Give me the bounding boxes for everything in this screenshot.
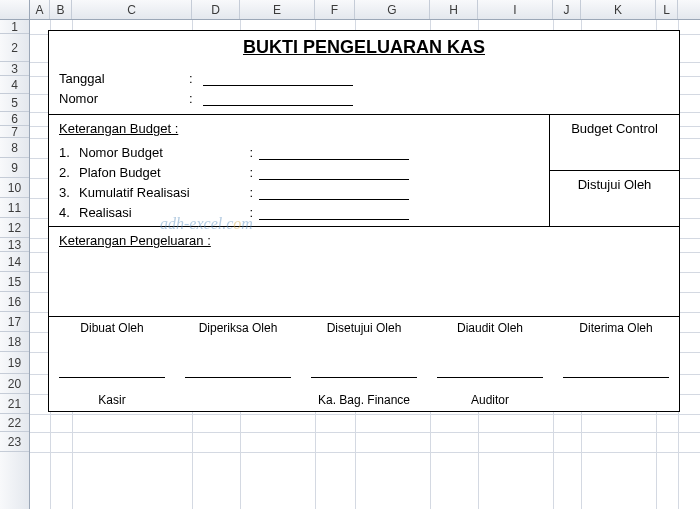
row-header-13[interactable]: 13 xyxy=(0,238,29,252)
keterangan-pengeluaran-block: Keterangan Pengeluaran : xyxy=(49,226,679,316)
budget-item-label: Nomor Budget xyxy=(79,145,239,160)
signature-role-top: Diperiksa Oleh xyxy=(177,321,299,341)
keterangan-pengeluaran-label: Keterangan Pengeluaran : xyxy=(59,233,669,248)
budget-item-row: 4.Realisasi: xyxy=(59,200,539,220)
signature-line[interactable] xyxy=(311,377,417,378)
column-header-f[interactable]: F xyxy=(315,0,355,19)
row-header-7[interactable]: 7 xyxy=(0,126,29,138)
signature-role-top: Diaudit Oleh xyxy=(429,321,551,341)
budget-item-no: 2. xyxy=(59,165,79,180)
row-header-8[interactable]: 8 xyxy=(0,138,29,158)
colon: : xyxy=(189,91,203,106)
budget-item-input-line[interactable] xyxy=(259,146,409,160)
row-header-16[interactable]: 16 xyxy=(0,292,29,312)
colon: : xyxy=(239,205,259,220)
row-header-23[interactable]: 23 xyxy=(0,432,29,452)
row-header-11[interactable]: 11 xyxy=(0,198,29,218)
colon: : xyxy=(239,185,259,200)
worksheet[interactable]: BUKTI PENGELUARAN KAS Tanggal : Nomor : … xyxy=(30,20,700,509)
budget-item-label: Plafon Budget xyxy=(79,165,239,180)
signature-line[interactable] xyxy=(185,377,291,378)
budget-item-label: Kumulatif Realisasi xyxy=(79,185,239,200)
column-header-a[interactable]: A xyxy=(30,0,50,19)
signature-role-bottom: Ka. Bag. Finance xyxy=(303,393,425,409)
budget-block: Keterangan Budget : 1.Nomor Budget:2.Pla… xyxy=(49,114,679,226)
budget-item-row: 3.Kumulatif Realisasi: xyxy=(59,180,539,200)
column-header-c[interactable]: C xyxy=(72,0,192,19)
signature-role-bottom xyxy=(177,393,299,409)
column-header-j[interactable]: J xyxy=(553,0,581,19)
signature-column: Diperiksa Oleh xyxy=(175,317,301,411)
budget-item-input-line[interactable] xyxy=(259,206,409,220)
colon: : xyxy=(189,71,203,86)
signature-role-bottom xyxy=(555,393,677,409)
column-header-g[interactable]: G xyxy=(355,0,430,19)
signature-column: Dibuat OlehKasir xyxy=(49,317,175,411)
column-header-e[interactable]: E xyxy=(240,0,315,19)
column-header-d[interactable]: D xyxy=(192,0,240,19)
row-header-14[interactable]: 14 xyxy=(0,252,29,272)
row-header-9[interactable]: 9 xyxy=(0,158,29,178)
column-header-b[interactable]: B xyxy=(50,0,72,19)
row-header-10[interactable]: 10 xyxy=(0,178,29,198)
budget-control-label: Budget Control xyxy=(550,115,679,171)
signature-block: Dibuat OlehKasirDiperiksa OlehDisetujui … xyxy=(49,316,679,411)
budget-item-row: 1.Nomor Budget: xyxy=(59,140,539,160)
row-header-17[interactable]: 17 xyxy=(0,312,29,332)
row-headers: 1234567891011121314151617181920212223 xyxy=(0,20,30,509)
row-header-1[interactable]: 1 xyxy=(0,20,29,34)
budget-item-no: 3. xyxy=(59,185,79,200)
signature-role-top: Diterima Oleh xyxy=(555,321,677,341)
row-header-15[interactable]: 15 xyxy=(0,272,29,292)
signature-column: Disetujui OlehKa. Bag. Finance xyxy=(301,317,427,411)
signature-role-top: Disetujui Oleh xyxy=(303,321,425,341)
column-header-k[interactable]: K xyxy=(581,0,656,19)
signature-column: Diaudit OlehAuditor xyxy=(427,317,553,411)
row-header-5[interactable]: 5 xyxy=(0,94,29,112)
budget-item-row: 2.Plafon Budget: xyxy=(59,160,539,180)
signature-line[interactable] xyxy=(59,377,165,378)
column-header-l[interactable]: L xyxy=(656,0,678,19)
row-header-4[interactable]: 4 xyxy=(0,76,29,94)
signature-role-top: Dibuat Oleh xyxy=(51,321,173,341)
row-header-20[interactable]: 20 xyxy=(0,374,29,394)
signature-line[interactable] xyxy=(563,377,669,378)
tanggal-input-line[interactable] xyxy=(203,72,353,86)
disetujui-oleh-label: Distujui Oleh xyxy=(550,171,679,226)
header-block: Tanggal : Nomor : xyxy=(49,62,679,114)
row-header-18[interactable]: 18 xyxy=(0,332,29,352)
nomor-input-line[interactable] xyxy=(203,92,353,106)
keterangan-budget-label: Keterangan Budget : xyxy=(59,121,539,136)
budget-item-input-line[interactable] xyxy=(259,166,409,180)
column-headers: ABCDEFGHIJKL xyxy=(0,0,700,20)
signature-role-bottom: Kasir xyxy=(51,393,173,409)
colon: : xyxy=(239,145,259,160)
budget-item-no: 4. xyxy=(59,205,79,220)
tanggal-label: Tanggal xyxy=(59,71,189,86)
row-header-19[interactable]: 19 xyxy=(0,352,29,374)
column-header-i[interactable]: I xyxy=(478,0,553,19)
form-title: BUKTI PENGELUARAN KAS xyxy=(49,31,679,62)
form-bukti-pengeluaran: BUKTI PENGELUARAN KAS Tanggal : Nomor : … xyxy=(48,30,680,412)
column-header-h[interactable]: H xyxy=(430,0,478,19)
nomor-label: Nomor xyxy=(59,91,189,106)
signature-column: Diterima Oleh xyxy=(553,317,679,411)
colon: : xyxy=(239,165,259,180)
signature-line[interactable] xyxy=(437,377,543,378)
row-header-22[interactable]: 22 xyxy=(0,414,29,432)
budget-item-label: Realisasi xyxy=(79,205,239,220)
select-all-corner[interactable] xyxy=(0,0,30,19)
row-header-3[interactable]: 3 xyxy=(0,62,29,76)
row-header-12[interactable]: 12 xyxy=(0,218,29,238)
row-header-2[interactable]: 2 xyxy=(0,34,29,62)
budget-item-no: 1. xyxy=(59,145,79,160)
signature-role-bottom: Auditor xyxy=(429,393,551,409)
row-header-21[interactable]: 21 xyxy=(0,394,29,414)
budget-item-input-line[interactable] xyxy=(259,186,409,200)
